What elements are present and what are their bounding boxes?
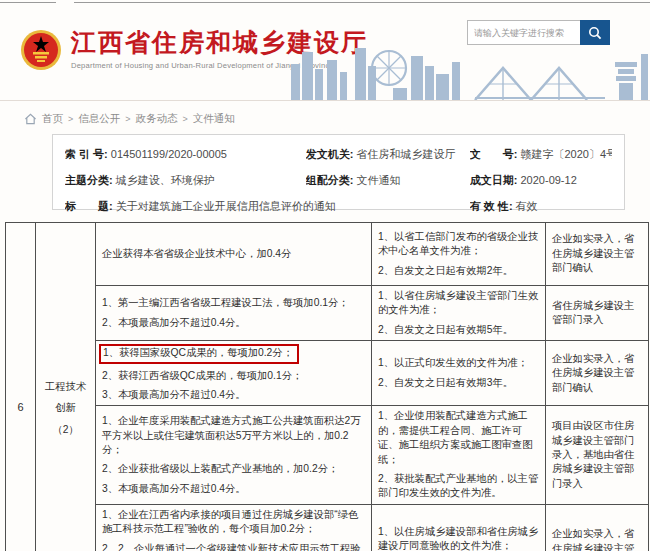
- basis-line: 2、自发文之日起有效期2年。: [378, 264, 539, 278]
- doc-number-field: 文 号: 赣建字〔2020〕4号: [470, 147, 612, 162]
- table-row: 1、第一主编江西省省级工程建设工法，每项加0.1分； 2、本项最高加分不超过0.…: [6, 286, 649, 341]
- criteria-line: 2、本项最高加分不超过0.4分。: [102, 316, 365, 330]
- doc-title-value: 关于对建筑施工企业开展信用信息评价的通知: [116, 200, 336, 212]
- criteria-line: 3、本项最高加分不超过0.4分。: [102, 388, 365, 402]
- doc-date-value: 2020-09-12: [521, 174, 577, 186]
- criteria-line: 1、企业年度采用装配式建造方式施工公共建筑面积达2万平方米以上或住宅建筑面积达5…: [102, 414, 365, 457]
- basis-cell: 1、以省工信部门发布的省级企业技术中心名单文件为准； 2、自发文之日起有效期2年…: [372, 223, 546, 286]
- entry-cell: 企业如实录入，省住房城乡建设主管部门确认: [546, 341, 649, 406]
- basis-line: 2、获批装配式产业基地的，以主管部门印发生效的文件为准。: [378, 472, 539, 501]
- breadcrumb-info-disclosure[interactable]: 信息公开: [78, 112, 120, 126]
- city-skyline-illustration: [285, 42, 650, 100]
- criteria-line: 2、企业获批省级以上装配式产业基地的，加0.2分；: [102, 462, 365, 476]
- doc-validity-field: 有 效 性: 有效: [470, 199, 612, 214]
- scoring-table: 6 工程技术创新（2） 企业获得本省省级企业技术中心，加0.4分 1、以省工信部…: [5, 222, 649, 551]
- basis-line: 2、自发文之日起有效期5年。: [378, 323, 539, 337]
- entry-cell: 项目由设区市住房城乡建设主管部门录入，基地由省住房城乡建设主管部门录入: [546, 406, 649, 504]
- basis-cell: 1、以正式印发生效的文件为准； 2、自发文之日起有效期3年。: [372, 341, 546, 406]
- table-row: 1、企业年度采用装配式建造方式施工公共建筑面积达2万平方米以上或住宅建筑面积达5…: [6, 406, 649, 504]
- doc-index-label: 索 引 号:: [65, 148, 108, 160]
- search-icon: [588, 26, 602, 40]
- doc-number-label: 文 号:: [470, 148, 518, 160]
- criteria-cell: 1、企业在江西省内承接的项目通过住房城乡建设部“绿色施工科技示范工程”验收的，每…: [96, 504, 372, 551]
- site-header: 江西省住房和城乡建设厅 Department of Housing and Ur…: [0, 3, 650, 101]
- doc-agency-value: 省住房和城乡建设厅: [356, 148, 455, 160]
- doc-date-label: 成文日期:: [470, 174, 518, 186]
- entry-cell: 企业如实录入，省住房城乡建设主管部门确认: [546, 223, 649, 286]
- table-row: 6 工程技术创新（2） 企业获得本省省级企业技术中心，加0.4分 1、以省工信部…: [6, 223, 649, 286]
- basis-cell: 1、以省住房城乡建设主管部门生效的文件为准； 2、自发文之日起有效期5年。: [372, 286, 546, 341]
- doc-validity-value: 有效: [516, 200, 538, 212]
- doc-title-field: 标 题: 关于对建筑施工企业开展信用信息评价的通知: [65, 199, 470, 214]
- doc-date-field: 成文日期: 2020-09-12: [470, 173, 612, 188]
- breadcrumb-separator: >: [68, 114, 73, 124]
- criteria-line: 1、企业在江西省内承接的项目通过住房城乡建设部“绿色施工科技示范工程”验收的，每…: [102, 508, 365, 537]
- criteria-line: 2、获得江西省级QC成果的，每项加0.1分；: [102, 369, 365, 383]
- basis-line: 1、以住房城乡建设部和省住房城乡建设厅同意验收的文件为准；: [378, 525, 539, 551]
- doc-group-label: 组配分类:: [306, 174, 354, 186]
- document-info-box: 索 引 号: 014501199/2020-00005 发文机关: 省住房和城乡…: [52, 134, 625, 210]
- criteria-cell: 1、获得国家级QC成果的，每项加0.2分； 2、获得江西省级QC成果的，每项加0…: [96, 341, 372, 406]
- doc-group-field: 组配分类: 文件通知: [306, 173, 470, 188]
- breadcrumb-separator: >: [125, 114, 130, 124]
- doc-agency-label: 发文机关:: [306, 148, 354, 160]
- criteria-line: 1、第一主编江西省省级工程建设工法，每项加0.1分；: [102, 296, 365, 310]
- criteria-line-highlighted: 1、获得国家级QC成果的，每项加0.2分；: [102, 344, 365, 363]
- national-emblem-logo: [20, 29, 62, 71]
- criteria-cell: 企业获得本省省级企业技术中心，加0.4分: [96, 223, 372, 286]
- breadcrumb: 首页 > 信息公开 > 政务动态 > 文件通知: [24, 112, 235, 126]
- home-icon: [24, 113, 37, 125]
- doc-agency-field: 发文机关: 省住房和城乡建设厅: [306, 147, 470, 162]
- criteria-line: 3、本项最高加分不超过0.4分。: [102, 482, 365, 496]
- doc-topic-field: 主题分类: 城乡建设、环境保护: [65, 173, 306, 188]
- scoring-table-section: 6 工程技术创新（2） 企业获得本省省级企业技术中心，加0.4分 1、以省工信部…: [5, 222, 648, 551]
- breadcrumb-gov-news[interactable]: 政务动态: [136, 112, 178, 126]
- basis-line: 1、以正式印发生效的文件为准；: [378, 356, 539, 370]
- doc-index-value: 014501199/2020-00005: [111, 148, 227, 160]
- doc-topic-label: 主题分类:: [65, 174, 113, 186]
- basis-cell: 1、以住房城乡建设部和省住房城乡建设厅同意验收的文件为准； 2、自发文之日起有效…: [372, 504, 546, 551]
- breadcrumb-home[interactable]: 首页: [42, 112, 63, 126]
- basis-line: 1、以省住房城乡建设主管部门生效的文件为准；: [378, 289, 539, 318]
- entry-cell: 企业如实录入，省住房城乡建设主管部门确认: [546, 504, 649, 551]
- entry-cell: 省住房城乡建设主管部门录入: [546, 286, 649, 341]
- doc-topic-value: 城乡建设、环境保护: [116, 174, 215, 186]
- doc-index-field: 索 引 号: 014501199/2020-00005: [65, 147, 306, 162]
- criteria-line: 企业获得本省省级企业技术中心，加0.4分: [102, 247, 365, 261]
- criteria-cell: 1、企业年度采用装配式建造方式施工公共建筑面积达2万平方米以上或住宅建筑面积达5…: [96, 406, 372, 504]
- table-row: 1、获得国家级QC成果的，每项加0.2分； 2、获得江西省级QC成果的，每项加0…: [6, 341, 649, 406]
- basis-line: 1、以省工信部门发布的省级企业技术中心名单文件为准；: [378, 230, 539, 259]
- basis-cell: 1、企业使用装配式建造方式施工的，需提供工程合同、施工许可证、施工组织方案或施工…: [372, 406, 546, 504]
- category-cell: 工程技术创新（2）: [36, 223, 96, 551]
- breadcrumb-doc-notice[interactable]: 文件通知: [193, 112, 235, 126]
- doc-title-label: 标 题:: [65, 200, 113, 212]
- basis-line: 1、企业使用装配式建造方式施工的，需提供工程合同、施工许可证、施工组织方案或施工…: [378, 409, 539, 467]
- criteria-cell: 1、第一主编江西省省级工程建设工法，每项加0.1分； 2、本项最高加分不超过0.…: [96, 286, 372, 341]
- red-highlight-box: 1、获得国家级QC成果的，每项加0.2分；: [99, 344, 299, 363]
- table-row: 1、企业在江西省内承接的项目通过住房城乡建设部“绿色施工科技示范工程”验收的，每…: [6, 504, 649, 551]
- doc-group-value: 文件通知: [356, 174, 400, 186]
- doc-validity-label: 有 效 性:: [470, 200, 513, 212]
- row-index-cell: 6: [6, 223, 36, 551]
- doc-number-value: 赣建字〔2020〕4号: [521, 148, 612, 160]
- basis-line: 2、自发文之日起有效期3年。: [378, 376, 539, 390]
- criteria-line: 2、2、企业每通过一个省级建筑业新技术应用示范工程验收加0.1分；: [102, 542, 365, 551]
- breadcrumb-separator: >: [183, 114, 188, 124]
